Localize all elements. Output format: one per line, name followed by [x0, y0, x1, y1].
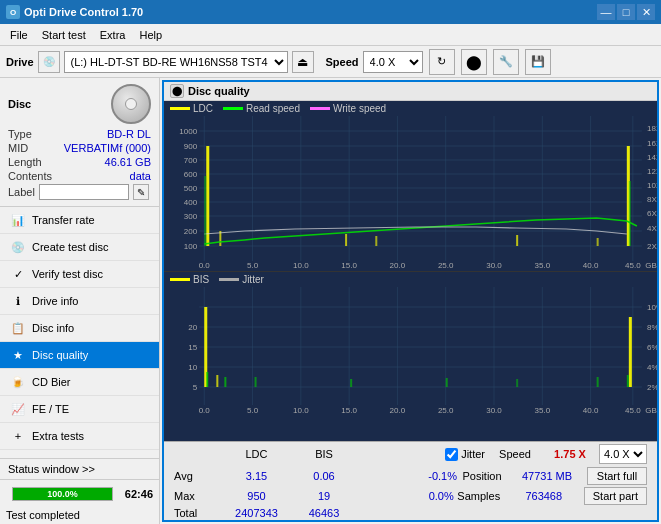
status-window-button[interactable]: Status window >> [0, 459, 159, 480]
legend-read-label: Read speed [246, 103, 300, 114]
legend-bis-label: BIS [193, 274, 209, 285]
legend-ldc: LDC [170, 103, 213, 114]
disc-contents-label: Contents [8, 170, 52, 182]
svg-text:14X: 14X [647, 153, 657, 162]
stats-avg-row: Avg 3.15 0.06 -0.1% Position 47731 MB St… [164, 466, 657, 486]
disc-quality-icon: ★ [10, 347, 26, 363]
svg-rect-52 [375, 236, 377, 246]
svg-text:600: 600 [184, 170, 198, 179]
drive-icon-button[interactable]: 💿 [38, 51, 60, 73]
disc-mid-label: MID [8, 142, 28, 154]
legend-read-color [223, 107, 243, 110]
nav-create-test-disc[interactable]: 💿 Create test disc [0, 234, 159, 261]
speed-select[interactable]: 4.0 X [363, 51, 423, 73]
disc-section-label: Disc [8, 98, 31, 110]
dq-header-icon: ⬤ [170, 84, 184, 98]
disc-contents-value: data [130, 170, 151, 182]
svg-text:300: 300 [184, 212, 198, 221]
status-text: Test completed [6, 509, 80, 521]
nav-disc-info[interactable]: 📋 Disc info [0, 315, 159, 342]
svg-rect-99 [255, 377, 257, 387]
nav-disc-quality[interactable]: ★ Disc quality [0, 342, 159, 369]
refresh-button[interactable]: ↻ [429, 49, 455, 75]
stats-avg-label: Avg [174, 470, 219, 482]
jitter-checkbox[interactable] [445, 448, 458, 461]
menu-extra[interactable]: Extra [94, 27, 132, 43]
svg-text:20: 20 [188, 323, 197, 332]
nav-verify-test-disc[interactable]: ✓ Verify test disc [0, 261, 159, 288]
nav-disc-quality-label: Disc quality [32, 349, 88, 361]
svg-rect-102 [516, 379, 518, 387]
svg-rect-100 [350, 379, 352, 387]
disc-label-input[interactable] [39, 184, 129, 200]
svg-rect-101 [446, 378, 448, 387]
nav-cd-bier[interactable]: 🍺 CD Bier [0, 369, 159, 396]
disc-length-label: Length [8, 156, 42, 168]
nav-items: 📊 Transfer rate 💿 Create test disc ✓ Ver… [0, 207, 159, 450]
legend-write-label: Write speed [333, 103, 386, 114]
status-text-row: Test completed [0, 508, 159, 524]
transfer-rate-icon: 📊 [10, 212, 26, 228]
minimize-button[interactable]: — [597, 4, 615, 20]
disc-label-row: Label ✎ [8, 184, 151, 200]
svg-rect-104 [627, 375, 629, 387]
menu-start-test[interactable]: Start test [36, 27, 92, 43]
svg-rect-103 [597, 377, 599, 387]
disc-type-row: Type BD-R DL [8, 128, 151, 140]
app-icon: O [6, 5, 20, 19]
settings-button1[interactable]: ⬤ [461, 49, 487, 75]
stats-max-jitter: 0.0% [394, 490, 454, 502]
progress-bar-container: 100.0% [12, 487, 113, 501]
fe-te-icon: 📈 [10, 401, 26, 417]
nav-extra-tests[interactable]: + Extra tests [0, 423, 159, 450]
svg-text:15.0: 15.0 [341, 406, 357, 415]
stats-avg-jitter: -0.1% [397, 470, 457, 482]
stats-total-bis: 46463 [294, 507, 354, 519]
nav-transfer-rate[interactable]: 📊 Transfer rate [0, 207, 159, 234]
disc-length-value: 46.61 GB [105, 156, 151, 168]
svg-text:8X: 8X [647, 195, 657, 204]
svg-text:2X: 2X [647, 242, 657, 251]
svg-text:10.0: 10.0 [293, 406, 309, 415]
svg-text:500: 500 [184, 184, 198, 193]
svg-text:8%: 8% [647, 323, 657, 332]
svg-rect-96 [224, 377, 226, 387]
jitter-label: Jitter [461, 448, 485, 460]
svg-text:25.0: 25.0 [438, 406, 454, 415]
settings-button2[interactable]: 🔧 [493, 49, 519, 75]
stats-avg-bis: 0.06 [294, 470, 354, 482]
start-part-button[interactable]: Start part [584, 487, 647, 505]
sidebar: Disc Type BD-R DL MID VERBATIMf (000) Le… [0, 78, 160, 524]
drive-info-icon: ℹ [10, 293, 26, 309]
svg-rect-54 [597, 238, 599, 246]
verify-test-disc-icon: ✓ [10, 266, 26, 282]
svg-text:GB: GB [645, 406, 657, 415]
svg-text:12X: 12X [647, 167, 657, 176]
save-button[interactable]: 💾 [525, 49, 551, 75]
stats-speed-dropdown[interactable]: 4.0 X [599, 444, 647, 464]
eject-button[interactable]: ⏏ [292, 51, 314, 73]
drive-select[interactable]: (L:) HL-DT-ST BD-RE WH16NS58 TST4 [64, 51, 288, 73]
svg-text:30.0: 30.0 [486, 261, 502, 270]
main-content: ⬤ Disc quality LDC Read speed [160, 78, 661, 524]
start-full-button[interactable]: Start full [587, 467, 647, 485]
close-button[interactable]: ✕ [637, 4, 655, 20]
progress-bar-fill: 100.0% [13, 488, 112, 500]
legend-bottom: BIS Jitter [164, 272, 657, 287]
menu-help[interactable]: Help [133, 27, 168, 43]
nav-disc-info-label: Disc info [32, 322, 74, 334]
svg-text:10X: 10X [647, 181, 657, 190]
disc-label-edit-button[interactable]: ✎ [133, 184, 149, 200]
legend-jitter-label: Jitter [242, 274, 264, 285]
stats-samples-value: 763468 [504, 490, 584, 502]
svg-text:GB: GB [645, 261, 657, 270]
nav-fe-te[interactable]: 📈 FE / TE [0, 396, 159, 423]
nav-drive-info[interactable]: ℹ Drive info [0, 288, 159, 315]
stats-total-row: Total 2407343 46463 [164, 506, 657, 520]
legend-ldc-label: LDC [193, 103, 213, 114]
svg-text:15: 15 [188, 343, 197, 352]
maximize-button[interactable]: □ [617, 4, 635, 20]
svg-text:20.0: 20.0 [390, 406, 406, 415]
menu-file[interactable]: File [4, 27, 34, 43]
jitter-checkbox-area: Jitter [445, 448, 485, 461]
